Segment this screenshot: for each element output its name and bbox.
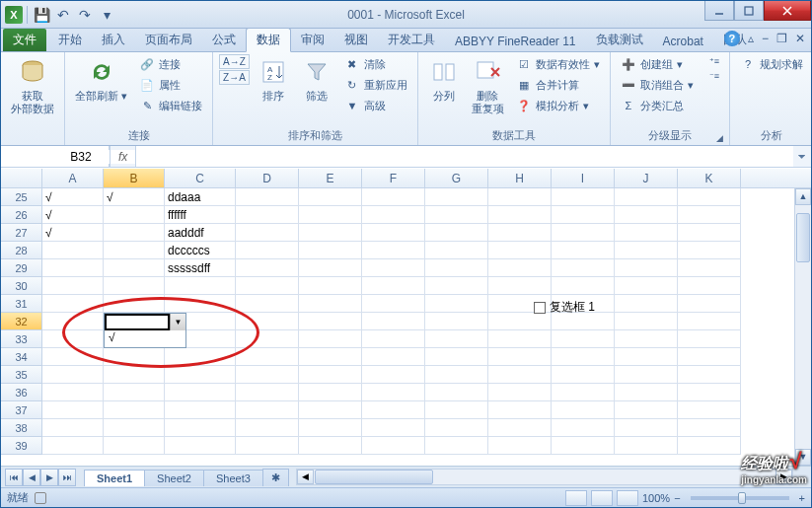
cell-A37[interactable] [42,401,104,419]
refresh-all-button[interactable]: 全部刷新 ▾ [71,54,131,105]
cell-K26[interactable] [678,206,741,224]
cell-I34[interactable] [552,348,615,366]
ungroup-button[interactable]: ➖取消组合 ▾ [617,75,698,95]
cell-D38[interactable] [236,419,299,437]
dropdown-selected-cell[interactable] [105,314,170,330]
cell-F36[interactable] [362,384,425,401]
cell-B34[interactable] [104,348,165,366]
subtotal-button[interactable]: Σ分类汇总 [617,96,698,115]
sheet-tab-Sheet2[interactable]: Sheet2 [144,470,204,486]
data-validation-dropdown[interactable]: ▼ √ [104,313,186,348]
cell-J29[interactable] [615,259,678,277]
row-header-37[interactable]: 37 [1,401,42,419]
formula-bar-expand[interactable]: ⏷ [793,151,811,162]
cell-C31[interactable] [165,295,236,313]
data-validation-button[interactable]: ☑数据有效性 ▾ [512,54,604,74]
filter-button[interactable]: 筛选 [297,54,336,105]
cell-K29[interactable] [678,259,741,277]
cell-E35[interactable] [299,366,362,384]
normal-view-button[interactable] [565,490,587,506]
cell-F25[interactable] [362,188,425,206]
cell-J33[interactable] [615,330,678,348]
cell-A31[interactable] [42,295,104,313]
cell-B29[interactable] [104,259,165,277]
cell-I37[interactable] [552,401,615,419]
row-header-28[interactable]: 28 [1,242,42,259]
cell-C36[interactable] [165,384,236,401]
cell-A34[interactable] [42,348,104,366]
cell-C26[interactable]: ffffff [165,206,236,224]
scroll-right-button[interactable]: ▶ [775,470,792,484]
cell-A39[interactable] [42,437,104,455]
cell-I39[interactable] [552,437,615,455]
row-header-38[interactable]: 38 [1,419,42,437]
cell-I28[interactable] [552,242,615,259]
row-header-25[interactable]: 25 [1,188,42,206]
row-header-32[interactable]: 32 [1,313,42,330]
cell-K35[interactable] [678,366,741,384]
ribbon-minimize-icon[interactable]: ▵ [748,32,754,45]
cell-G36[interactable] [425,384,488,401]
cell-E37[interactable] [299,401,362,419]
cell-E39[interactable] [299,437,362,455]
cell-F29[interactable] [362,259,425,277]
cell-J30[interactable] [615,277,678,295]
cell-I30[interactable] [552,277,615,295]
ribbon-tab-4[interactable]: 数据 [246,28,291,52]
checkbox-control[interactable]: 复选框 1 [534,299,595,316]
cell-K39[interactable] [678,437,741,455]
column-header-B[interactable]: B [104,169,165,187]
cell-F27[interactable] [362,224,425,242]
cell-H37[interactable] [488,401,552,419]
row-header-30[interactable]: 30 [1,277,42,295]
edit-links-button[interactable]: ✎编辑链接 [135,96,206,115]
scroll-down-button[interactable]: ▼ [795,449,811,466]
cell-H39[interactable] [488,437,552,455]
cell-E25[interactable] [299,188,362,206]
maximize-button[interactable] [734,1,764,21]
ribbon-tab-5[interactable]: 审阅 [291,29,334,51]
cell-F38[interactable] [362,419,425,437]
cell-D36[interactable] [236,384,299,401]
sort-az-button[interactable]: A→Z [219,54,250,69]
cell-J39[interactable] [615,437,678,455]
cell-A25[interactable]: √ [42,188,104,206]
cell-C29[interactable]: sssssdff [165,259,236,277]
workbook-minimize-icon[interactable]: − [762,32,769,45]
cell-F35[interactable] [362,366,425,384]
cell-A27[interactable]: √ [42,224,104,242]
cell-K32[interactable] [678,313,741,330]
cell-K33[interactable] [678,330,741,348]
text-to-columns-button[interactable]: 分列 [424,54,464,105]
zoom-slider[interactable] [691,496,789,500]
cell-J35[interactable] [615,366,678,384]
ribbon-tab-0[interactable]: 开始 [48,29,92,51]
cell-H38[interactable] [488,419,552,437]
page-layout-view-button[interactable] [591,490,613,506]
cell-A36[interactable] [42,384,104,401]
zoom-slider-handle[interactable] [738,492,746,504]
cell-H29[interactable] [488,259,552,277]
cell-I29[interactable] [552,259,615,277]
cell-F26[interactable] [362,206,425,224]
advanced-filter-button[interactable]: ▼高级 [340,96,411,115]
cell-D28[interactable] [236,242,299,259]
cell-E33[interactable] [299,330,362,348]
cell-F33[interactable] [362,330,425,348]
cell-E29[interactable] [299,259,362,277]
zoom-in-button[interactable]: + [799,492,805,504]
cell-B25[interactable]: √ [104,188,165,206]
new-sheet-button[interactable]: ✱ [262,469,289,486]
zoom-out-button[interactable]: − [674,492,680,504]
cell-C39[interactable] [165,437,236,455]
cell-E38[interactable] [299,419,362,437]
sort-za-button[interactable]: Z→A [219,70,250,85]
column-header-D[interactable]: D [236,169,299,187]
cell-I25[interactable] [552,188,615,206]
ribbon-tab-10[interactable]: Acrobat [653,32,713,51]
cell-J27[interactable] [615,224,678,242]
cell-A29[interactable] [42,259,104,277]
solver-button[interactable]: ?规划求解 [736,54,807,74]
ribbon-tab-2[interactable]: 页面布局 [135,29,202,51]
cell-F39[interactable] [362,437,425,455]
